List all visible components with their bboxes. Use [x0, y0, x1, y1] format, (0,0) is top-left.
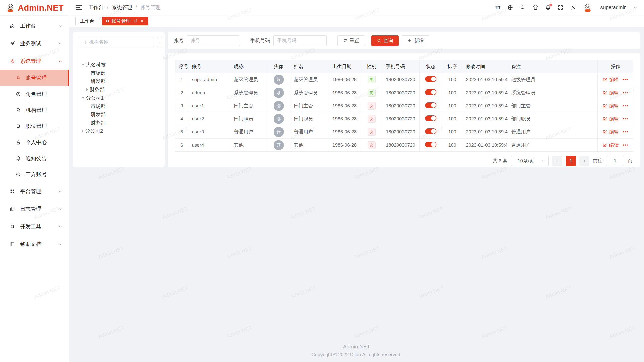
menu-collapse-icon[interactable]: [76, 5, 82, 10]
sidebar-item-role-management[interactable]: 角色管理: [0, 86, 69, 102]
sidebar-item-notice-announcement[interactable]: 通知公告: [0, 150, 69, 166]
tree-node[interactable]: 分公司2: [77, 127, 162, 135]
refresh-icon[interactable]: [133, 19, 137, 23]
add-button[interactable]: 新增: [402, 35, 429, 46]
language-icon[interactable]: [507, 5, 513, 10]
more-actions-button[interactable]: •••: [623, 103, 628, 108]
breadcrumb-item[interactable]: 系统管理: [112, 4, 132, 11]
column-header: 备注: [508, 60, 598, 73]
sidebar-item-platform-management[interactable]: 平台管理: [0, 183, 69, 200]
edit-button-label: 编辑: [609, 142, 619, 148]
more-actions-button[interactable]: •••: [623, 77, 628, 82]
more-actions-button[interactable]: •••: [623, 143, 628, 148]
avatar[interactable]: [583, 3, 592, 12]
avatar: 其: [274, 140, 284, 150]
page-size-select[interactable]: 10条/页: [511, 156, 549, 166]
caret-right-icon[interactable]: [82, 130, 84, 132]
status-toggle[interactable]: [425, 142, 436, 147]
edit-button[interactable]: 编辑: [602, 142, 619, 148]
more-actions-button[interactable]: •••: [623, 116, 628, 121]
sidebar-item-business-test[interactable]: 业务测试: [0, 35, 69, 52]
user-icon: [16, 75, 21, 81]
sidebar-item-position-management[interactable]: 职位管理: [0, 118, 69, 134]
status-toggle[interactable]: [425, 115, 436, 121]
account-filter-input[interactable]: [187, 35, 240, 46]
tab-account-management[interactable]: 账号管理: [102, 17, 148, 25]
table-row: 1 superadmin 超级管理员 超 超级管理员 1986-06-28 男 …: [175, 73, 633, 86]
notification-bell-icon[interactable]: [545, 5, 551, 10]
sidebar-item-log-management[interactable]: 日志管理: [0, 200, 69, 218]
fullscreen-icon[interactable]: [558, 5, 564, 10]
sidebar-item-system-management[interactable]: 系统管理: [0, 52, 69, 70]
cell-modified: 2023-01-03 10:59:44: [462, 139, 508, 152]
close-icon[interactable]: [140, 19, 144, 23]
tree-node[interactable]: 市场部: [77, 69, 162, 77]
phone-filter-input[interactable]: [273, 35, 327, 46]
org-search-row: ...: [73, 32, 165, 52]
org-search-box: [79, 37, 154, 47]
org-search-input[interactable]: [89, 39, 151, 45]
cell-no: 2: [175, 86, 188, 99]
column-header: 出生日期: [329, 60, 361, 73]
font-size-icon[interactable]: TT: [495, 5, 501, 10]
breadcrumb-item[interactable]: 工作台: [88, 4, 103, 11]
chevron-down-icon[interactable]: [633, 6, 637, 10]
query-button[interactable]: 查询: [371, 35, 399, 46]
edit-button[interactable]: 编辑: [602, 103, 619, 109]
cell-sort: 100: [442, 99, 462, 112]
sidebar-item-help-docs[interactable]: 帮助文档: [0, 235, 69, 253]
status-toggle[interactable]: [425, 89, 436, 95]
sidebar-item-workbench[interactable]: 工作台: [0, 17, 69, 35]
sidebar-item-third-party-account[interactable]: 三方账号: [0, 166, 69, 183]
edit-button[interactable]: 编辑: [602, 116, 619, 122]
edit-button-label: 编辑: [609, 76, 619, 83]
user-outline-icon[interactable]: [570, 5, 576, 10]
edit-button[interactable]: 编辑: [602, 76, 619, 83]
tree-node[interactable]: 市场部: [77, 102, 162, 110]
search-icon[interactable]: [520, 5, 526, 10]
tab-workbench[interactable]: 工作台: [75, 17, 99, 25]
tree-node[interactable]: 分公司1: [77, 94, 162, 102]
org-tree: 大名科技 市场部 研发部 财务部 分公司1 市场部 研发部 财务部 分公司2: [73, 52, 165, 135]
caret-down-icon[interactable]: [82, 97, 84, 99]
edit-button[interactable]: 编辑: [602, 129, 619, 135]
org-more-button[interactable]: ...: [157, 37, 162, 47]
more-actions-button[interactable]: •••: [623, 129, 628, 134]
cell-sort: 100: [442, 86, 462, 99]
prev-page-button[interactable]: [552, 156, 562, 166]
tab-label: 账号管理: [111, 18, 131, 24]
avatar: 部: [274, 114, 284, 124]
status-toggle[interactable]: [425, 76, 436, 82]
goto-page-input[interactable]: [606, 156, 624, 166]
phone-filter-label: 手机号码: [250, 37, 270, 44]
tree-node[interactable]: 研发部: [77, 77, 162, 85]
tree-node[interactable]: 财务部: [77, 119, 162, 127]
tree-node[interactable]: 研发部: [77, 110, 162, 119]
edit-button[interactable]: 编辑: [602, 89, 619, 96]
reset-button[interactable]: 重置: [337, 35, 365, 46]
org-tree-panel: ... 大名科技 市场部 研发部 财务部 分公司1 市场部 研发部 财务部 分公…: [73, 32, 165, 167]
caret-right-icon[interactable]: [86, 88, 88, 91]
logo[interactable]: Admin.NET: [0, 0, 69, 16]
current-page-button[interactable]: 1: [566, 156, 576, 166]
theme-shirt-icon[interactable]: [533, 5, 538, 10]
cell-birthdate: 1986-06-28: [329, 139, 361, 152]
caret-down-icon[interactable]: [82, 64, 84, 66]
more-actions-button[interactable]: •••: [623, 90, 628, 95]
sidebar-item-organization-management[interactable]: 机构管理: [0, 102, 69, 118]
cell-remark: 普通用户: [508, 125, 598, 139]
user-center-icon: [16, 140, 21, 145]
sidebar-item-account-management[interactable]: 账号管理: [0, 70, 69, 86]
tree-node[interactable]: 大名科技: [77, 61, 162, 69]
sidebar-item-label: 通知公告: [26, 155, 47, 162]
status-toggle[interactable]: [425, 128, 436, 134]
cell-account: superadmin: [188, 73, 230, 86]
sidebar-item-dev-tools[interactable]: 开发工具: [0, 218, 69, 235]
status-toggle[interactable]: [425, 102, 436, 108]
table-row: 3 user1 部门主管 部 部门主管 1986-06-28 女 1802003…: [175, 99, 633, 112]
sidebar-item-personal-center[interactable]: 个人中心: [0, 134, 69, 150]
cell-modified: 2023-01-03 10:59:44: [462, 86, 508, 99]
tree-node[interactable]: 财务部: [77, 85, 162, 94]
next-page-button[interactable]: [579, 156, 589, 166]
username[interactable]: superadmin: [600, 5, 627, 10]
